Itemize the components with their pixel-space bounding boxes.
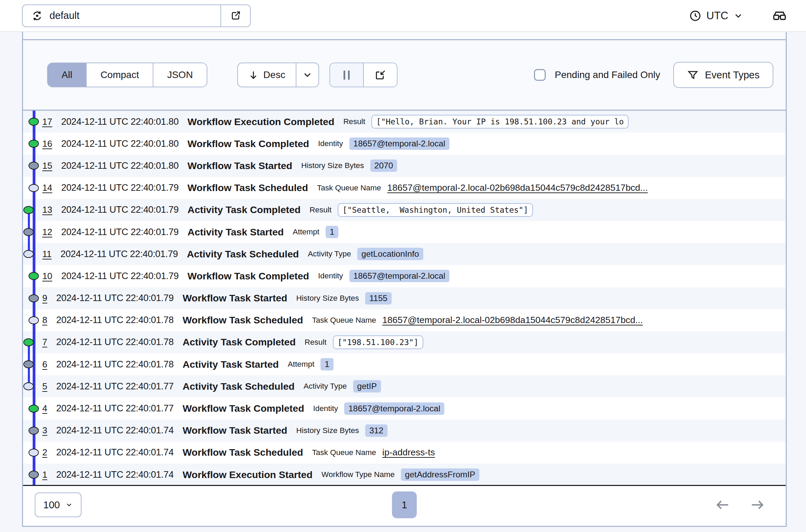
download-button[interactable] (363, 63, 397, 87)
view-mode-segmented-control: All Compact JSON (47, 63, 207, 87)
event-row[interactable]: 32024-12-11 UTC 22:40:01.74Workflow Task… (23, 420, 786, 442)
event-id-link[interactable]: 11 (42, 249, 52, 259)
view-mode-all[interactable]: All (48, 63, 86, 87)
event-attribute-label: Activity Type (304, 382, 347, 391)
event-row[interactable]: 52024-12-11 UTC 22:40:01.77Activity Task… (23, 375, 786, 397)
data-encoder-button[interactable] (772, 9, 787, 23)
event-row[interactable]: 42024-12-11 UTC 22:40:01.77Workflow Task… (23, 397, 786, 419)
event-timestamp: 2024-12-11 UTC 22:40:01.78 (56, 315, 173, 325)
event-name: Activity Task Completed (183, 336, 296, 348)
event-id-link[interactable]: 15 (42, 160, 52, 171)
sort-options-caret[interactable] (296, 63, 318, 87)
event-timestamp: 2024-12-11 UTC 22:40:01.74 (56, 447, 173, 458)
event-id-link[interactable]: 5 (42, 381, 47, 392)
event-timestamp: 2024-12-11 UTC 22:40:01.77 (56, 403, 173, 414)
namespace-open-button[interactable] (220, 5, 250, 26)
rows-per-page-value: 100 (43, 499, 60, 511)
event-name: Workflow Task Started (183, 425, 287, 436)
event-types-filter-button[interactable]: Event Types (673, 62, 773, 88)
sort-order-control: Desc (237, 63, 319, 87)
event-attribute-label: Activity Type (308, 250, 351, 258)
event-name: Workflow Task Completed (187, 138, 309, 149)
event-attribute-value[interactable]: 18657@temporal-2.local-02b698da15044c579… (387, 182, 648, 193)
event-row[interactable]: 162024-12-11 UTC 22:40:01.80Workflow Tas… (23, 133, 786, 155)
rows-per-page-select[interactable]: 100 (35, 492, 81, 517)
event-id-link[interactable]: 4 (42, 403, 47, 414)
event-row[interactable]: 102024-12-11 UTC 22:40:01.79Workflow Tas… (23, 265, 786, 287)
event-status-dot (29, 404, 39, 412)
sort-label: Desc (263, 69, 285, 80)
event-name: Workflow Task Completed (187, 270, 309, 282)
event-name: Workflow Task Started (187, 160, 292, 171)
event-row[interactable]: 172024-12-11 UTC 22:40:01.80Workflow Exe… (23, 111, 786, 133)
event-attribute-value: 2070 (370, 159, 397, 172)
event-attribute-value: 18657@temporal-2.local (344, 402, 444, 415)
arrow-down-icon (248, 70, 259, 80)
pending-failed-checkbox[interactable] (534, 69, 546, 81)
event-id-link[interactable]: 13 (42, 204, 52, 215)
event-row[interactable]: 132024-12-11 UTC 22:40:01.79Activity Tas… (23, 199, 786, 221)
pending-failed-label: Pending and Failed Only (555, 69, 660, 80)
event-id-link[interactable]: 1 (42, 469, 47, 480)
clock-icon (689, 10, 701, 22)
namespace-switcher: default (22, 4, 251, 27)
event-id-link[interactable]: 2 (42, 447, 47, 458)
event-attribute-value[interactable]: ip-address-ts (382, 447, 435, 458)
event-status-dot (29, 316, 39, 324)
event-row[interactable]: 62024-12-11 UTC 22:40:01.78Activity Task… (23, 353, 786, 375)
arrow-right-icon[interactable] (750, 497, 765, 512)
event-attribute-value: getLocationInfo (357, 248, 423, 260)
event-id-link[interactable]: 7 (42, 337, 47, 347)
view-mode-compact[interactable]: Compact (86, 63, 153, 87)
event-attribute-value[interactable]: 18657@temporal-2.local-02b698da15044c579… (382, 315, 643, 325)
event-row[interactable]: 12024-12-11 UTC 22:40:01.74Workflow Exec… (23, 464, 786, 486)
event-name: Activity Task Started (187, 226, 284, 238)
event-types-label: Event Types (705, 69, 760, 81)
event-attribute-label: Task Queue Name (312, 316, 376, 325)
namespace-input[interactable]: default (23, 5, 220, 26)
event-id-link[interactable]: 9 (42, 293, 47, 303)
event-row[interactable]: 82024-12-11 UTC 22:40:01.78Workflow Task… (23, 309, 786, 331)
event-attribute-label: Task Queue Name (317, 184, 381, 192)
download-icon (374, 69, 386, 81)
event-attribute-value: ["198.51.100.23"] (333, 335, 423, 349)
event-status-dot (29, 162, 39, 170)
event-status-dot (29, 426, 39, 434)
event-status-dot (23, 338, 34, 346)
event-history-panel: All Compact JSON Desc (22, 32, 787, 527)
event-status-dot (23, 250, 34, 258)
sort-desc-button[interactable]: Desc (238, 63, 296, 87)
event-id-link[interactable]: 17 (42, 117, 52, 127)
chevron-down-icon (302, 69, 313, 80)
event-row[interactable]: 152024-12-11 UTC 22:40:01.80Workflow Tas… (23, 155, 786, 177)
arrow-left-icon[interactable] (715, 497, 730, 512)
event-id-link[interactable]: 14 (42, 182, 52, 193)
current-page-button[interactable]: 1 (392, 491, 417, 518)
top-bar: default UTC (0, 0, 806, 32)
event-status-dot (29, 471, 39, 479)
top-right-cluster: UTC (689, 9, 787, 23)
event-id-link[interactable]: 3 (42, 425, 47, 436)
event-id-link[interactable]: 6 (42, 359, 47, 370)
event-id-link[interactable]: 10 (42, 271, 52, 281)
event-row[interactable]: 72024-12-11 UTC 22:40:01.78Activity Task… (23, 331, 786, 353)
event-id-link[interactable]: 12 (42, 227, 52, 237)
event-attribute-label: History Size Bytes (301, 161, 364, 170)
event-row[interactable]: 22024-12-11 UTC 22:40:01.74Workflow Task… (23, 442, 786, 464)
pause-download-group (329, 63, 397, 87)
event-status-dot (23, 361, 34, 368)
timezone-select[interactable]: UTC (689, 10, 743, 22)
event-row[interactable]: 92024-12-11 UTC 22:40:01.79Workflow Task… (23, 287, 786, 309)
pause-button[interactable] (330, 63, 363, 87)
glasses-icon (772, 9, 787, 23)
namespace-switcher-icon (31, 10, 43, 22)
event-status-dot (23, 383, 34, 390)
event-row[interactable]: 112024-12-11 UTC 22:40:01.79Activity Tas… (23, 243, 786, 265)
event-id-link[interactable]: 16 (42, 138, 52, 149)
event-id-link[interactable]: 8 (42, 315, 47, 325)
chevron-down-icon (733, 11, 743, 21)
event-name: Activity Task Scheduled (183, 381, 295, 392)
event-row[interactable]: 142024-12-11 UTC 22:40:01.79Workflow Tas… (23, 177, 786, 199)
view-mode-json[interactable]: JSON (153, 63, 207, 87)
event-row[interactable]: 122024-12-11 UTC 22:40:01.79Activity Tas… (23, 221, 786, 243)
